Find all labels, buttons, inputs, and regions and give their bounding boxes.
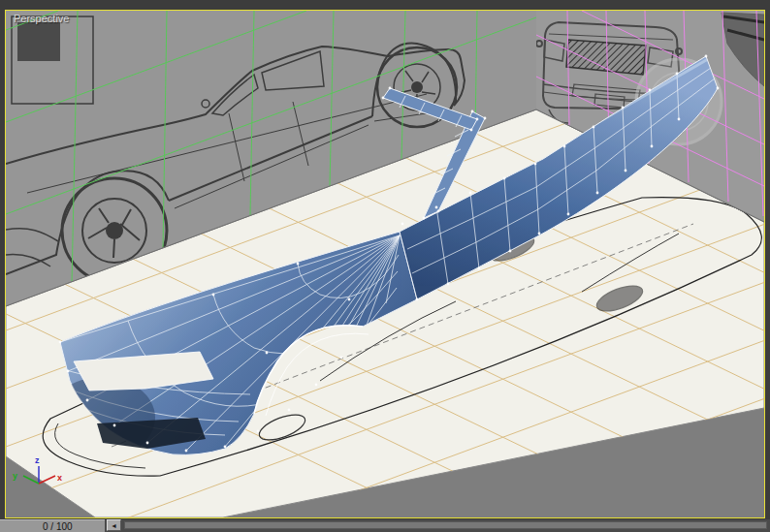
timeline-bar: 0 / 100 ◄: [0, 519, 770, 532]
application-frame: Perspective: [0, 0, 770, 532]
time-slider-frame-display[interactable]: 0 / 100: [0, 519, 105, 532]
left-arrow-icon: ◄: [111, 522, 117, 529]
viewport-3d-canvas[interactable]: z x y: [6, 11, 764, 517]
trackbar-scrollbar-track[interactable]: [124, 521, 767, 529]
perspective-viewport[interactable]: Perspective: [5, 10, 765, 518]
viewport-label[interactable]: Perspective: [14, 13, 69, 24]
trackbar-scroll-left-button[interactable]: ◄: [107, 519, 121, 531]
axis-y-label: y: [13, 471, 17, 481]
axis-z-label: z: [35, 455, 40, 465]
axis-x-label: x: [57, 473, 62, 483]
